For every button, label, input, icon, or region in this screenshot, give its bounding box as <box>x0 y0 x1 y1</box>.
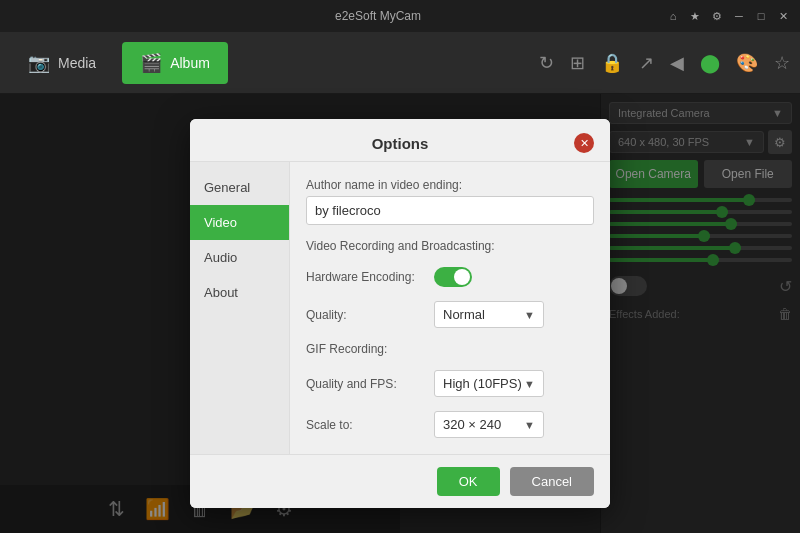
quality-label: Quality: <box>306 308 426 322</box>
tab-album-label: Album <box>170 55 210 71</box>
sidebar-item-video[interactable]: Video <box>190 205 289 240</box>
gif-scale-label: Scale to: <box>306 418 426 432</box>
dialog-sidebar: General Video Audio About <box>190 162 290 454</box>
gif-quality-row: Quality and FPS: High (10FPS) ▼ <box>306 370 594 397</box>
hardware-encoding-label: Hardware Encoding: <box>306 270 426 284</box>
quality-select[interactable]: Normal ▼ <box>434 301 544 328</box>
gif-scale-arrow: ▼ <box>524 419 535 431</box>
ok-button[interactable]: OK <box>437 467 500 496</box>
video-recording-label: Video Recording and Broadcasting: <box>306 239 594 253</box>
sidebar-item-about[interactable]: About <box>190 275 289 310</box>
gif-quality-label: Quality and FPS: <box>306 377 426 391</box>
main-content: ⇅ 📶 🗑 📂 ⚙ Integrated Camera ▼ 640 x 480,… <box>0 94 800 533</box>
sidebar-general-label: General <box>204 180 250 195</box>
hardware-encoding-toggle[interactable] <box>434 267 472 287</box>
sidebar-item-audio[interactable]: Audio <box>190 240 289 275</box>
quality-select-arrow: ▼ <box>524 309 535 321</box>
dialog-main-content: Author name in video ending: Video Recor… <box>290 162 610 454</box>
sidebar-about-label: About <box>204 285 238 300</box>
author-input[interactable] <box>306 196 594 225</box>
quality-row: Quality: Normal ▼ <box>306 301 594 328</box>
camera-active-icon[interactable]: ⬤ <box>700 52 720 74</box>
author-field-group: Author name in video ending: <box>306 178 594 225</box>
app-title: e2eSoft MyCam <box>90 9 666 23</box>
dialog-footer: OK Cancel <box>190 454 610 508</box>
window-controls: ⌂ ★ ⚙ ─ □ ✕ <box>666 9 790 23</box>
bookmark-icon[interactable]: ★ <box>688 9 702 23</box>
maximize-icon[interactable]: □ <box>754 9 768 23</box>
gif-recording-label: GIF Recording: <box>306 342 594 356</box>
sidebar-item-general[interactable]: General <box>190 170 289 205</box>
dialog-header: Options ✕ <box>190 119 610 162</box>
dialog-title: Options <box>226 135 574 152</box>
tab-album[interactable]: 🎬 Album <box>122 42 228 84</box>
gif-scale-select[interactable]: 320 × 240 ▼ <box>434 411 544 438</box>
gif-quality-arrow: ▼ <box>524 378 535 390</box>
grid-icon[interactable]: ⊞ <box>570 52 585 74</box>
modal-overlay: Options ✕ General Video Audio <box>0 94 800 533</box>
dialog-body: General Video Audio About <box>190 162 610 454</box>
dialog-close-button[interactable]: ✕ <box>574 133 594 153</box>
close-icon[interactable]: ✕ <box>776 9 790 23</box>
hardware-encoding-knob <box>454 269 470 285</box>
options-dialog: Options ✕ General Video Audio <box>190 119 610 508</box>
album-icon: 🎬 <box>140 52 162 74</box>
home-icon[interactable]: ⌂ <box>666 9 680 23</box>
gif-recording-section: GIF Recording: <box>306 342 594 356</box>
sidebar-audio-label: Audio <box>204 250 237 265</box>
titlebar: e2eSoft MyCam ⌂ ★ ⚙ ─ □ ✕ <box>0 0 800 32</box>
cancel-button[interactable]: Cancel <box>510 467 594 496</box>
quality-value: Normal <box>443 307 485 322</box>
lock-icon[interactable]: 🔒 <box>601 52 623 74</box>
rotate-icon[interactable]: ↻ <box>539 52 554 74</box>
media-icon: 📷 <box>28 52 50 74</box>
sidebar-video-label: Video <box>204 215 237 230</box>
minimize-icon[interactable]: ─ <box>732 9 746 23</box>
gif-scale-row: Scale to: 320 × 240 ▼ <box>306 411 594 438</box>
video-recording-section: Video Recording and Broadcasting: <box>306 239 594 253</box>
back-icon[interactable]: ◀ <box>670 52 684 74</box>
gif-quality-select[interactable]: High (10FPS) ▼ <box>434 370 544 397</box>
author-field-label: Author name in video ending: <box>306 178 594 192</box>
gif-quality-value: High (10FPS) <box>443 376 522 391</box>
tab-media-label: Media <box>58 55 96 71</box>
palette-icon[interactable]: 🎨 <box>736 52 758 74</box>
hardware-encoding-row: Hardware Encoding: <box>306 267 594 287</box>
share-icon[interactable]: ↗ <box>639 52 654 74</box>
navbar: 📷 Media 🎬 Album ↻ ⊞ 🔒 ↗ ◀ ⬤ 🎨 ☆ <box>0 32 800 94</box>
gif-scale-value: 320 × 240 <box>443 417 501 432</box>
tab-media[interactable]: 📷 Media <box>10 42 114 84</box>
settings-icon[interactable]: ⚙ <box>710 9 724 23</box>
star-icon[interactable]: ☆ <box>774 52 790 74</box>
navbar-right-icons: ↻ ⊞ 🔒 ↗ ◀ ⬤ 🎨 ☆ <box>539 52 790 74</box>
